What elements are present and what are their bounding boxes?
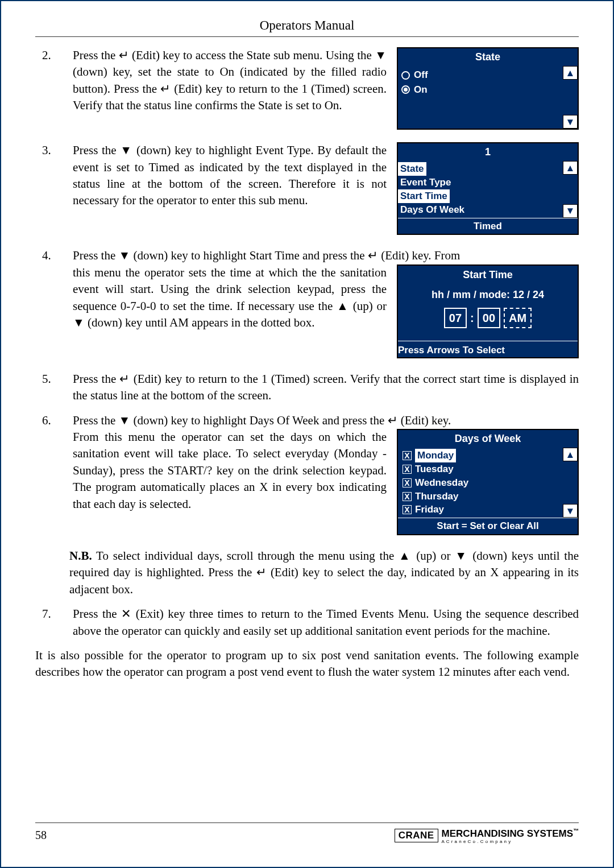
time-mm[interactable]: 00 [478, 308, 500, 328]
checkbox-icon: X [403, 492, 412, 501]
day-label: Friday [415, 503, 444, 516]
time-hh[interactable]: 07 [444, 308, 467, 328]
menu-item-event-type[interactable]: Event Type [398, 176, 563, 189]
brand-sub: A C r a n e C o . C o m p a n y [442, 840, 579, 844]
step-text: Press the ↵ (Edit) key to access the Sta… [73, 47, 387, 114]
nb-label: N.B. [69, 549, 92, 563]
day-label: Tuesday [415, 462, 454, 476]
panel-title: Days of Week [398, 430, 578, 448]
step-text: Press the ▼ (down) key to highlight Star… [73, 247, 579, 264]
step-text: Press the ↵ (Edit) key to return to the … [73, 371, 579, 404]
arrow-down-icon[interactable]: ▼ [563, 115, 578, 129]
day-label: Thursday [415, 490, 459, 503]
radio-off-label: Off [414, 68, 428, 82]
day-row-tuesday[interactable]: X Tuesday [400, 462, 561, 476]
nb-note: N.B. To select individual days, scroll t… [69, 548, 579, 598]
panel-title: Start Time [398, 266, 578, 284]
step-text: From this menu the operator can set the … [73, 429, 387, 512]
step-text: Press the ▼ (down) key to highlight Days… [73, 412, 579, 429]
step-number: 2. [35, 47, 63, 64]
brand-ms: MERCHANDISING SYSTEMS™ [442, 828, 579, 839]
step-text: Press the ▼ (down) key to highlight Even… [73, 142, 387, 209]
radio-off-row[interactable]: Off [401, 68, 559, 82]
time-colon: : [470, 310, 474, 326]
day-row-wednesday[interactable]: X Wednesday [400, 476, 561, 490]
time-footer: Press Arrows To Select [398, 341, 578, 357]
start-time-panel: Start Time hh / mm / mode: 12 / 24 07 : … [397, 264, 579, 358]
radio-on-row[interactable]: On [401, 82, 559, 97]
checkbox-icon: X [403, 465, 412, 474]
arrow-down-icon[interactable]: ▼ [563, 504, 578, 518]
checkbox-icon: X [403, 451, 412, 460]
panel-title: 1 [398, 143, 578, 161]
days-of-week-panel: Days of Week X Monday X Tuesday [397, 429, 579, 535]
day-row-friday[interactable]: X Friday [400, 503, 561, 516]
page-number: 58 [35, 829, 47, 842]
time-format-label: hh / mm / mode: 12 / 24 [398, 288, 578, 302]
brand-block: CRANE MERCHANDISING SYSTEMS™ A C r a n e… [395, 826, 579, 844]
arrow-down-icon[interactable]: ▼ [563, 204, 578, 218]
arrow-up-icon[interactable]: ▲ [563, 161, 578, 175]
checkbox-icon: X [403, 478, 412, 487]
step-number: 6. [35, 412, 63, 429]
arrow-up-icon[interactable]: ▲ [563, 66, 578, 80]
step-text: Press the ✕ (Exit) key three times to re… [73, 606, 579, 639]
state-panel: State Off On [397, 47, 579, 130]
step-number: 3. [35, 142, 63, 159]
menu-item-state[interactable]: State [398, 162, 426, 176]
days-footer: Start = Set or Clear All [398, 518, 578, 534]
page-title: Operators Manual [35, 18, 579, 37]
menu1-panel: 1 State Event Type Start Time Days Of We… [397, 142, 579, 235]
step-number: 5. [35, 371, 63, 387]
radio-on-icon [401, 85, 410, 94]
step-text: this menu the operator sets the time at … [73, 264, 387, 332]
page-footer: 58 CRANE MERCHANDISING SYSTEMS™ A C r a … [35, 822, 579, 844]
menu-item-days-of-week[interactable]: Days Of Week [398, 203, 563, 217]
closing-paragraph: It is also possible for the operator to … [35, 647, 579, 681]
step-number: 7. [35, 606, 63, 622]
radio-off-icon [401, 71, 410, 80]
radio-on-label: On [414, 83, 428, 97]
day-row-thursday[interactable]: X Thursday [400, 490, 561, 503]
nb-text: To select individual days, scroll throug… [69, 549, 579, 596]
time-mode[interactable]: AM [504, 308, 532, 328]
day-row-monday[interactable]: X Monday [400, 449, 561, 462]
day-label: Wednesday [415, 476, 468, 490]
step-number: 4. [35, 247, 63, 264]
day-label: Monday [415, 449, 456, 462]
menu-item-start-time[interactable]: Start Time [398, 189, 450, 203]
checkbox-icon: X [403, 505, 412, 514]
arrow-up-icon[interactable]: ▲ [563, 448, 578, 461]
status-line: Timed [398, 218, 578, 234]
panel-title: State [398, 48, 578, 66]
brand-crane: CRANE [395, 829, 438, 842]
